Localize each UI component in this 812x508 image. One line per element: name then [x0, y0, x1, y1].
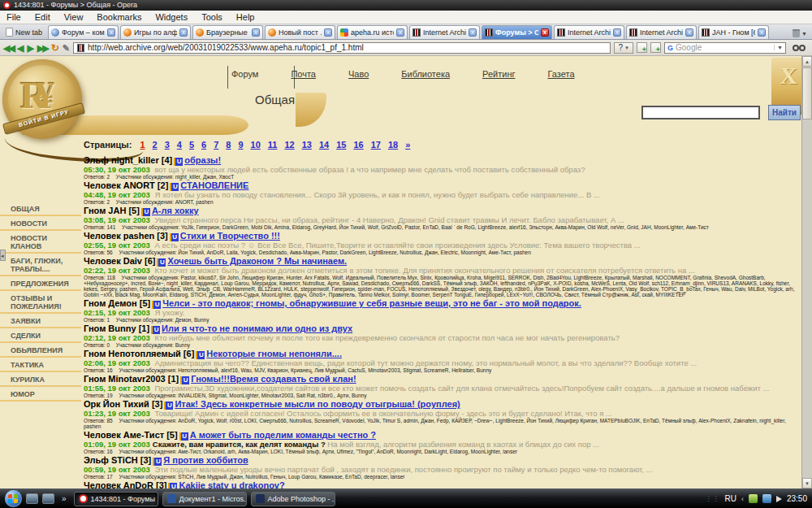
topic-title-link[interactable]: Некоторые гномы непоняли....	[206, 349, 342, 358]
page-link[interactable]: 17	[371, 140, 381, 150]
page-link[interactable]: 7	[214, 140, 218, 150]
site-nav-link[interactable]: Рейтинг	[482, 69, 515, 79]
zoom-glasses-icon[interactable]	[789, 45, 809, 51]
browser-tab[interactable]: JAH - Гном [6]... x	[698, 25, 769, 39]
sidebar-item[interactable]: БАГИ, ГЛЮКИ, ТРАБЛЫ....	[0, 254, 81, 276]
network-icon[interactable]	[762, 494, 771, 503]
url-field[interactable]: http://web.archive.org/web/2003101902253…	[73, 42, 611, 54]
topic-icon[interactable]	[168, 483, 177, 488]
tab-close-icon[interactable]: x	[613, 28, 621, 37]
new-tab-button[interactable]: New tab	[2, 25, 46, 39]
topic-icon[interactable]	[180, 376, 189, 384]
site-nav-link[interactable]: Форум	[231, 69, 258, 79]
tray-app-icon[interactable]	[749, 494, 758, 503]
page-link[interactable]: 1	[140, 140, 145, 150]
topic-title-link[interactable]: СТАНОВЛЕНИЕ	[180, 180, 248, 190]
topic-icon[interactable]	[179, 432, 188, 441]
language-indicator[interactable]: RU	[725, 494, 736, 503]
tab-close-icon[interactable]: x	[252, 28, 260, 37]
edit-url-icon[interactable]: ✎	[63, 42, 70, 54]
task-button[interactable]: Adobe Photoshop - ...	[251, 492, 335, 506]
task-button[interactable]: Документ1 - Micros...	[162, 492, 247, 506]
topic-title-link[interactable]: А может быть поделим команды честно ?	[190, 430, 376, 440]
browser-tab[interactable]: Форумы > Об... x	[482, 25, 552, 39]
topic-icon[interactable]	[151, 326, 160, 334]
browser-tab[interactable]: apeha.ru исто... x	[337, 25, 408, 39]
web-search-field[interactable]: G Google ▼	[664, 42, 786, 54]
panel-toggle-arrow[interactable]: ◂	[0, 250, 6, 261]
page-link[interactable]: 3	[165, 140, 170, 150]
tab-close-icon[interactable]: x	[179, 28, 188, 37]
tab-close-icon[interactable]: x	[324, 28, 332, 37]
browser-tab[interactable]: Internet Archi... x	[409, 25, 480, 39]
browser-tab[interactable]: Игры по алф... x	[120, 25, 191, 39]
topic-title-link[interactable]: Kakije staty u drakonov?	[179, 480, 284, 488]
quicklaunch-chevron[interactable]: »	[62, 494, 67, 503]
sidebar-item[interactable]: ОТЗЫВЫ И ПОЖЕЛАНИЯ!	[0, 292, 81, 314]
speeddial-add-icon[interactable]	[650, 42, 661, 53]
topic-icon[interactable]	[153, 458, 162, 466]
sidebar-item[interactable]: ПРЕДЛОЖЕНИЯ	[0, 277, 81, 291]
reload-icon[interactable]: ↻	[51, 42, 59, 54]
site-nav-link[interactable]: Библиотека	[401, 69, 450, 79]
site-nav-link[interactable]: Чаво	[348, 69, 369, 79]
site-nav-link[interactable]: Газета	[547, 69, 574, 79]
sidebar-item[interactable]: НОВОСТИ	[0, 217, 81, 231]
page-link[interactable]: 8	[226, 140, 231, 150]
topic-icon[interactable]	[170, 233, 179, 241]
page-link[interactable]: 4	[177, 140, 182, 150]
topic-title-link[interactable]: Я против хоббитов	[163, 455, 248, 465]
back-button[interactable]: ◀	[17, 42, 24, 54]
page-link[interactable]: 18	[388, 140, 398, 150]
sidebar-item[interactable]: ОБЩАЯ	[0, 202, 81, 216]
topic-title-link[interactable]: Стихи и Творчество !!!	[180, 231, 280, 241]
clock[interactable]: 23:50	[787, 494, 807, 503]
page-link[interactable]: 16	[353, 140, 363, 150]
browser-tab[interactable]: Новый пост ... x	[265, 25, 335, 39]
tab-close-icon[interactable]: x	[396, 28, 404, 37]
site-logo[interactable]: R¥ ВОЙТИ В ИГРУ	[2, 59, 82, 139]
sidebar-item[interactable]: ТАКТИКА	[0, 358, 81, 372]
topic-title-link[interactable]: Челси - это подакок; гномы, обнаружившие…	[162, 298, 581, 308]
find-button[interactable]: Найти	[768, 105, 801, 120]
page-link[interactable]: 5	[189, 140, 194, 150]
show-desktop-icon[interactable]	[26, 493, 38, 504]
closed-tabs-trash[interactable]: ▼	[793, 29, 810, 39]
volume-icon[interactable]	[776, 496, 782, 502]
sidebar-item[interactable]: СДЕЛКИ	[0, 329, 81, 343]
page-link[interactable]: 13	[302, 140, 312, 150]
scrollbar-thumb[interactable]	[802, 67, 812, 119]
bookmark-add-icon[interactable]	[637, 42, 647, 53]
forward-button[interactable]: ▶	[27, 42, 33, 54]
chevron-down-icon[interactable]: ▼	[774, 45, 783, 50]
tray-expand-chevron[interactable]: ‹	[741, 495, 744, 503]
start-button[interactable]	[5, 490, 22, 507]
topic-title-link[interactable]: Гномы!!!Время создавать свой клан!	[191, 374, 356, 384]
browser-tab[interactable]: Браузерные и... x	[192, 25, 263, 39]
topic-icon[interactable]	[170, 183, 179, 191]
menu-item[interactable]: Edit	[35, 12, 50, 22]
sidebar-item[interactable]: ЮМОР	[0, 388, 81, 402]
tab-close-icon[interactable]: x	[541, 28, 549, 37]
forum-search-input[interactable]	[641, 106, 760, 119]
browser-tab[interactable]: Internet Archiv... x	[626, 25, 697, 39]
sidebar-item[interactable]: КУРИЛКА	[0, 373, 81, 387]
tab-close-icon[interactable]: x	[685, 28, 693, 37]
page-link[interactable]: 11	[268, 140, 278, 150]
topic-title-link[interactable]: Или я что-то не понимаю или одно из двух	[162, 323, 352, 333]
topic-title-link[interactable]: образы!	[184, 155, 221, 165]
sidebar-item[interactable]: НОВОСТИ КЛАНОВ	[0, 232, 81, 254]
menu-item[interactable]: Bookmarks	[97, 12, 141, 22]
scroll-down-arrow[interactable]: ▼	[802, 478, 812, 488]
topic-icon[interactable]	[196, 351, 205, 359]
page-link[interactable]: 10	[251, 140, 261, 150]
page-link[interactable]: 15	[336, 140, 346, 150]
browser-tab[interactable]: Форум – ком... x	[48, 25, 119, 39]
menu-item[interactable]: Widgets	[155, 12, 188, 22]
menu-item[interactable]: Tools	[201, 12, 222, 22]
page-link[interactable]: »	[405, 140, 410, 150]
scroll-up-arrow[interactable]: ▲	[802, 56, 812, 67]
window-switcher-icon[interactable]	[42, 493, 54, 504]
page-link[interactable]: 14	[319, 140, 329, 150]
page-link[interactable]: 6	[201, 140, 206, 150]
